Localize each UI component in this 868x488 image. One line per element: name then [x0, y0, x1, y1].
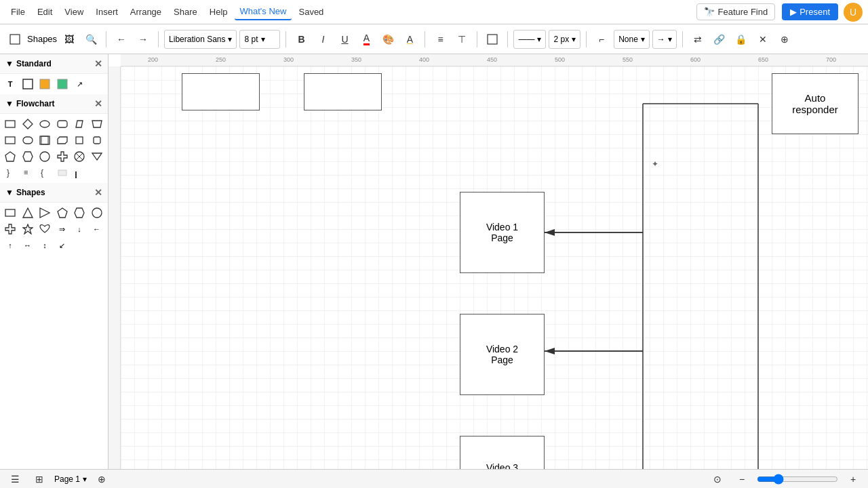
waypoint-dropdown[interactable]: None ▾ — [614, 30, 650, 49]
fc-step[interactable] — [55, 133, 70, 148]
flip-button[interactable]: ⇄ — [688, 30, 707, 49]
fc-rect[interactable] — [3, 117, 18, 131]
shapes-collapse-icon[interactable]: ▼ — [5, 188, 14, 197]
arrow-shape[interactable]: ↗ — [72, 77, 87, 92]
menu-saved[interactable]: Saved — [293, 4, 329, 20]
s-star[interactable] — [20, 222, 35, 237]
zoom-in-button[interactable]: + — [844, 470, 863, 489]
list-view-button[interactable]: ☰ — [5, 470, 24, 489]
fit-page-button[interactable]: ⊙ — [708, 470, 727, 489]
video2-box[interactable]: Video 2Page — [460, 314, 545, 395]
fc-rounded3[interactable] — [90, 133, 104, 148]
s-lr-arrow[interactable]: ↔ — [20, 238, 35, 253]
fc-xcircle[interactable] — [72, 149, 87, 164]
waypoint-style-button[interactable]: ⌐ — [592, 30, 611, 49]
line-color-button[interactable]: A — [400, 30, 419, 49]
fc-trapezoid[interactable] — [90, 117, 104, 131]
menu-file[interactable]: File — [5, 4, 31, 20]
shapes-toggle-button[interactable] — [5, 30, 24, 49]
present-button[interactable]: ▶ Present — [782, 3, 838, 20]
fc-parallelogram[interactable] — [72, 117, 87, 131]
standard-close-button[interactable]: ✕ — [94, 58, 102, 69]
fc-blank[interactable] — [55, 165, 70, 180]
user-avatar[interactable]: U — [844, 3, 863, 22]
fc-bar[interactable] — [72, 165, 87, 180]
s-bl-arrow[interactable]: ↙ — [55, 238, 70, 253]
lock-button[interactable]: 🔒 — [732, 30, 751, 49]
menu-view[interactable]: View — [59, 4, 89, 20]
s-rtriangle[interactable] — [37, 205, 52, 220]
fc-curly2[interactable]: { — [37, 165, 52, 180]
valign-button[interactable]: ⊤ — [452, 30, 471, 49]
underline-button[interactable]: U — [335, 30, 354, 49]
fc-rect3[interactable] — [72, 133, 87, 148]
fc-hexagon[interactable] — [20, 149, 35, 164]
align-button[interactable]: ≡ — [431, 30, 450, 49]
italic-button[interactable]: I — [313, 30, 332, 49]
flowchart-close-button[interactable]: ✕ — [94, 98, 102, 109]
fc-curly-brace[interactable]: } — [3, 165, 18, 180]
extra-button[interactable]: ⊕ — [775, 30, 794, 49]
s-circle[interactable] — [90, 205, 104, 220]
fc-oval[interactable] — [37, 117, 52, 131]
feature-find-button[interactable]: 🔭 Feature Find — [696, 3, 775, 20]
fc-rounded-rect[interactable] — [55, 117, 70, 131]
menu-share[interactable]: Share — [168, 4, 203, 20]
note-shape[interactable] — [37, 77, 52, 92]
grid-view-button[interactable]: ⊞ — [30, 470, 49, 489]
image-button[interactable]: 🖼 — [60, 30, 79, 49]
fc-equals[interactable]: ≡ — [20, 165, 35, 180]
s-double-arrow[interactable]: ⇒ — [55, 222, 70, 237]
fc-circle[interactable] — [37, 149, 52, 164]
standard-collapse-icon[interactable]: ▼ — [5, 59, 14, 68]
s-ud-arrow[interactable]: ↕ — [37, 238, 52, 253]
redo-button[interactable]: → — [134, 30, 153, 49]
bold-button[interactable]: B — [292, 30, 311, 49]
top-mid-box[interactable] — [304, 73, 382, 110]
s-hexagon[interactable] — [72, 205, 87, 220]
menu-arrange[interactable]: Arrange — [125, 4, 167, 20]
green-shape[interactable] — [55, 77, 70, 92]
top-left-box[interactable] — [182, 73, 260, 110]
text-shape[interactable]: T — [3, 77, 18, 92]
line-style-dropdown[interactable]: —— ▾ — [513, 30, 546, 49]
flowchart-collapse-icon[interactable]: ▼ — [5, 99, 14, 108]
auto-responder-box[interactable]: Autoresponder — [772, 73, 859, 134]
s-left-arrow[interactable]: ← — [90, 222, 104, 237]
fc-pentagon[interactable] — [3, 149, 18, 164]
arrow-style-dropdown[interactable]: → ▾ — [652, 30, 677, 49]
menu-whats-new[interactable]: What's New — [235, 3, 292, 20]
zoom-out-button[interactable]: − — [732, 470, 751, 489]
menu-insert[interactable]: Insert — [90, 4, 123, 20]
delete-button[interactable]: ✕ — [753, 30, 772, 49]
s-up-arrow[interactable]: ↑ — [3, 238, 18, 253]
video3-box[interactable]: Video 3Page — [460, 436, 545, 469]
menu-edit[interactable]: Edit — [32, 4, 58, 20]
page-selector[interactable]: Page 1 ▾ — [54, 474, 87, 484]
line-width-dropdown[interactable]: 2 px ▾ — [549, 30, 580, 49]
s-heart[interactable] — [37, 222, 52, 237]
video1-box[interactable]: Video 1Page — [460, 192, 545, 273]
font-family-dropdown[interactable]: Liberation Sans ▾ — [164, 30, 237, 49]
fill-color-button[interactable]: 🎨 — [378, 30, 397, 49]
link-button[interactable]: 🔗 — [710, 30, 729, 49]
fc-rounded2[interactable] — [20, 133, 35, 148]
s-triangle[interactable] — [20, 205, 35, 220]
search-button[interactable]: 🔍 — [81, 30, 100, 49]
canvas[interactable]: ✦ Autoresponder Video 1Page Video 2Page … — [121, 66, 868, 469]
fc-triangle-down[interactable] — [90, 149, 104, 164]
add-page-button[interactable]: ⊕ — [92, 470, 111, 489]
fc-rect2[interactable] — [3, 133, 18, 148]
s-cross[interactable] — [3, 222, 18, 237]
shapes-close-button[interactable]: ✕ — [94, 187, 102, 198]
s-rect[interactable] — [3, 205, 18, 220]
font-size-dropdown[interactable]: 8 pt ▾ — [239, 30, 280, 49]
fc-double-rect[interactable] — [37, 133, 52, 148]
fc-cross[interactable] — [55, 149, 70, 164]
s-pentagon[interactable] — [55, 205, 70, 220]
shape-outline-button[interactable] — [483, 30, 502, 49]
font-color-button[interactable]: A — [357, 30, 376, 49]
zoom-slider[interactable] — [757, 474, 838, 485]
s-down-arrow[interactable]: ↓ — [72, 222, 87, 237]
rect-shape[interactable] — [20, 77, 35, 92]
